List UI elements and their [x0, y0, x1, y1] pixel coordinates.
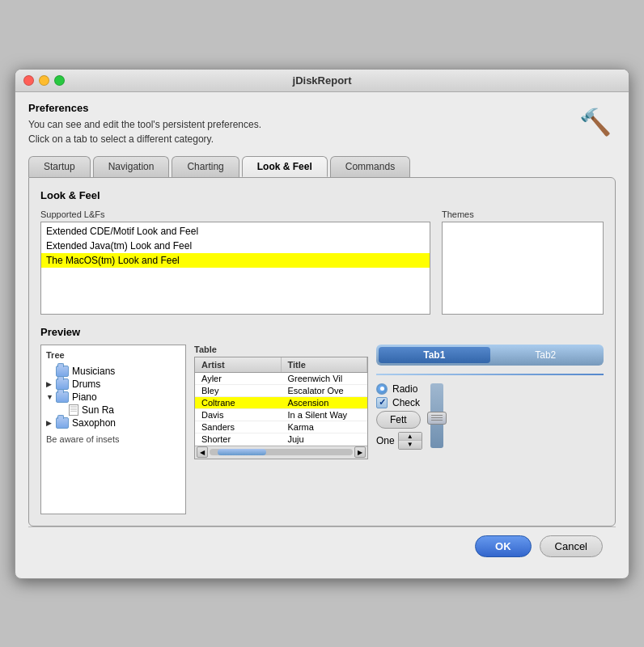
lf-list-label: Supported L&Fs	[40, 209, 430, 219]
tree-item-sunra[interactable]: Sun Ra	[59, 404, 180, 417]
table-wrapper: Artist Title Ayler Greenwich Vil Bley Es…	[194, 357, 368, 459]
minimize-button[interactable]	[39, 75, 49, 86]
tree-panel: Tree Musicians ▶ Drums ▼	[40, 345, 186, 514]
divider-line	[376, 374, 604, 375]
folder-icon-musicians	[56, 366, 69, 377]
slider-lines	[431, 415, 443, 421]
spinner-control[interactable]: ▲ ▼	[398, 432, 422, 450]
lf-section: Supported L&Fs Extended CDE/Motif Look a…	[40, 209, 604, 315]
themes-label: Themes	[442, 209, 604, 219]
preferences-title: Preferences	[28, 102, 261, 114]
lf-item-0[interactable]: Extended CDE/Motif Look and Feel	[41, 224, 430, 239]
bottom-bar: OK Cancel	[28, 526, 616, 565]
scroll-right-icon[interactable]: ▶	[354, 446, 366, 458]
checkmark-icon: ✓	[379, 398, 386, 407]
table-row-1[interactable]: Bley Escalator Ove	[195, 385, 367, 397]
tree-label-piano: Piano	[72, 391, 97, 403]
scroll-track[interactable]	[210, 449, 353, 455]
spinner-up-icon[interactable]: ▲	[399, 433, 422, 441]
slider-line-3	[431, 420, 443, 421]
lf-list[interactable]: Extended CDE/Motif Look and Feel Extende…	[40, 222, 430, 315]
td-title-0: Greenwich Vil	[282, 373, 368, 384]
tree-arrow-saxophon: ▶	[46, 419, 54, 427]
header-text: Preferences You can see and edit the too…	[28, 102, 261, 146]
lf-item-2[interactable]: The MacOS(tm) Look and Feel	[41, 253, 430, 268]
mini-tab1[interactable]: Tab1	[379, 347, 490, 363]
checkbox[interactable]: ✓	[376, 397, 388, 408]
tabs-row: Startup Navigation Charting Look & Feel …	[28, 156, 616, 177]
cancel-button[interactable]: Cancel	[540, 535, 603, 557]
preview-label: Preview	[40, 326, 604, 338]
spinner-row: One ▲ ▼	[376, 432, 422, 450]
panel: Look & Feel Supported L&Fs Extended CDE/…	[28, 177, 616, 526]
td-title-2: Ascension	[282, 397, 368, 408]
folder-icon-saxophon	[56, 417, 69, 429]
checkbox-row[interactable]: ✓ Check	[376, 397, 422, 408]
controls-row-right: Radio ✓ Check Fett	[376, 383, 604, 450]
td-title-3: In a Silent Way	[282, 409, 368, 421]
table-row-4[interactable]: Sanders Karma	[195, 421, 367, 433]
td-artist-1: Bley	[195, 385, 282, 396]
table-label: Table	[194, 345, 368, 354]
tree-arrow-piano: ▼	[46, 393, 54, 401]
controls-left: Radio ✓ Check Fett	[376, 383, 422, 450]
tree-label-musicians: Musicians	[72, 366, 115, 377]
tree-item-drums[interactable]: ▶ Drums	[46, 378, 180, 391]
description-line1: You can see and edit the tool's persiste…	[28, 117, 261, 132]
radio-button[interactable]	[376, 383, 388, 395]
td-artist-4: Sanders	[195, 421, 282, 433]
spinner-down-icon[interactable]: ▼	[399, 441, 422, 449]
tree-item-piano[interactable]: ▼ Piano	[46, 391, 180, 404]
ok-button[interactable]: OK	[475, 535, 532, 557]
folder-icon-drums	[56, 378, 69, 390]
tree-item-musicians[interactable]: Musicians	[46, 365, 180, 378]
close-button[interactable]	[23, 75, 34, 86]
controls-panel: Tab1 Tab2 Radio	[376, 345, 604, 450]
td-artist-5: Shorter	[195, 433, 282, 445]
tab-startup[interactable]: Startup	[28, 156, 91, 177]
slider-thumb[interactable]	[427, 412, 447, 425]
lf-item-1[interactable]: Extended Java(tm) Look and Feel	[41, 239, 430, 253]
header-section: Preferences You can see and edit the too…	[28, 102, 616, 146]
fett-button[interactable]: Fett	[376, 411, 421, 429]
table-row-2[interactable]: Coltrane Ascension	[195, 397, 367, 409]
maximize-button[interactable]	[54, 75, 65, 86]
table-row-3[interactable]: Davis In a Silent Way	[195, 409, 367, 421]
tab-look-and-feel[interactable]: Look & Feel	[242, 156, 328, 177]
mini-tab2[interactable]: Tab2	[490, 347, 602, 363]
radio-label: Radio	[392, 383, 417, 395]
tab-charting[interactable]: Charting	[172, 156, 239, 177]
titlebar: jDiskReport	[15, 70, 629, 92]
hammer-icon: 🔨	[579, 107, 612, 137]
folder-icon-piano	[56, 391, 69, 403]
radio-dot	[380, 387, 384, 391]
slider-line-1	[431, 415, 443, 416]
checkbox-label: Check	[392, 397, 420, 408]
preview-content: Tree Musicians ▶ Drums ▼	[40, 345, 604, 514]
traffic-lights	[23, 75, 65, 86]
lf-list-container: Supported L&Fs Extended CDE/Motif Look a…	[40, 209, 430, 315]
themes-box	[442, 222, 604, 315]
description-line2: Click on a tab to select a different cat…	[28, 132, 261, 146]
mini-tabs: Tab1 Tab2	[376, 345, 604, 366]
slider-line-2	[431, 417, 443, 418]
spinner-label: One	[376, 435, 395, 446]
tab-commands[interactable]: Commands	[330, 156, 410, 177]
td-artist-2: Coltrane	[195, 397, 282, 408]
th-title: Title	[282, 357, 368, 372]
table-header: Artist Title	[195, 357, 367, 373]
tree-item-saxophon[interactable]: ▶ Saxophon	[46, 417, 180, 429]
tab-navigation[interactable]: Navigation	[93, 156, 170, 177]
td-title-4: Karma	[282, 421, 368, 433]
vertical-slider[interactable]	[430, 383, 443, 448]
td-artist-3: Davis	[195, 409, 282, 421]
panel-title: Look & Feel	[40, 189, 604, 201]
tree-label-saxophon: Saxophon	[72, 417, 116, 429]
tree-label-sunra: Sun Ra	[82, 404, 114, 416]
table-row-0[interactable]: Ayler Greenwich Vil	[195, 373, 367, 385]
table-scroll-bar[interactable]: ◀ ▶	[195, 446, 367, 459]
radio-row[interactable]: Radio	[376, 383, 422, 395]
table-row-5[interactable]: Shorter Juju	[195, 433, 367, 446]
scroll-left-icon[interactable]: ◀	[197, 446, 208, 458]
be-aware-text: Be aware of insets	[46, 434, 180, 444]
